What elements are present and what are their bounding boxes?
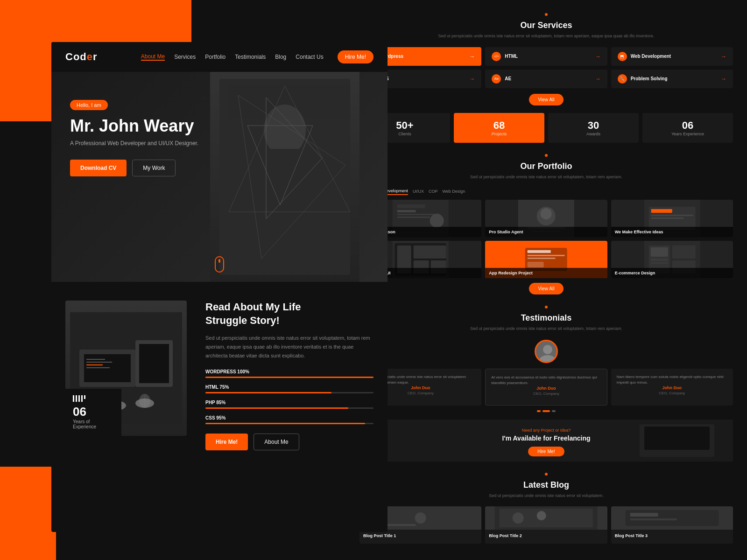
service-problem[interactable]: 🔧 Problem Solving →	[611, 70, 733, 88]
portfolio-title: Our Portfolio	[359, 161, 733, 171]
service-wordpress-arrow: →	[469, 53, 475, 60]
service-webdev-arrow: →	[721, 53, 726, 60]
blog-title-2: Blog Post Title 2	[489, 533, 603, 538]
svg-rect-19	[86, 364, 103, 365]
hero-buttons: Download CV My Work	[70, 160, 198, 176]
portfolio-view-all-button[interactable]: View All	[529, 283, 564, 294]
svg-rect-49	[528, 250, 551, 253]
service-problem-name: Problem Solving	[631, 76, 668, 81]
stat-awards-label: Awards	[553, 132, 634, 136]
about-section: 06 Years ofExperience Read About My Life…	[51, 282, 388, 469]
hero-section: Hello, I am Mr. John Weary A Professiona…	[51, 72, 388, 282]
testimonial-dot-2[interactable]	[543, 410, 550, 412]
blog-card-2[interactable]: Blog Post Title 2	[485, 506, 607, 544]
nav-blog[interactable]: Blog	[275, 54, 286, 60]
testimonial-dots	[359, 410, 733, 412]
about-hire-button[interactable]: Hire Me!	[205, 434, 248, 450]
logo: Coder	[65, 51, 98, 63]
stat-experience-num: 06	[647, 119, 728, 132]
skill-css-label: CSS 95%	[205, 415, 374, 420]
svg-rect-57	[650, 247, 668, 257]
svg-point-70	[513, 512, 524, 524]
main-panel: Coder About Me Services Portfolio Testim…	[51, 42, 388, 532]
nav-portfolio[interactable]: Portfolio	[205, 54, 226, 60]
portfolio-item-2[interactable]: Pro Studio Agent	[485, 200, 607, 237]
stat-projects-num: 68	[458, 119, 540, 132]
nav-contact[interactable]: Contact Us	[296, 54, 323, 60]
orange-corner-bl	[0, 467, 56, 560]
skill-wordpress-label: WORDPRESS 100%	[205, 369, 374, 374]
service-problem-left: 🔧 Problem Solving	[618, 74, 668, 84]
portfolio-item-5-name: App Redesign Project	[489, 271, 603, 275]
blog-card-3[interactable]: Blog Post Title 3	[611, 506, 733, 544]
svg-rect-58	[650, 259, 668, 261]
nav-services[interactable]: Services	[174, 54, 196, 60]
right-inner: Our Services Sed ut perspiciatis unde om…	[345, 0, 747, 553]
blog-title: Latest Blog	[359, 480, 733, 490]
nav-hire-button[interactable]: Hire Me!	[338, 50, 374, 63]
service-webdev[interactable]: ⬒ Web Development →	[611, 47, 733, 66]
blog-section: Latest Blog Sed ut perspiciatis unde omn…	[359, 469, 733, 544]
hire-label: Need any Project or Idea?	[522, 428, 571, 433]
blog-img-2	[485, 506, 607, 530]
blog-subtitle: Sed ut perspiciatis unde omnis iste natu…	[359, 493, 733, 499]
services-section: Our Services Sed ut perspiciatis unde om…	[359, 9, 733, 105]
years-number: 06	[73, 405, 114, 419]
about-me-button[interactable]: About Me	[254, 434, 299, 450]
blog-dot	[545, 473, 548, 476]
stat-awards-num: 30	[553, 119, 634, 132]
skill-css-track	[205, 423, 374, 424]
svg-rect-39	[651, 215, 693, 216]
portfolio-item-6[interactable]: E-commerce Design	[611, 241, 733, 278]
hire-title: I'm Available for Freelancing	[502, 434, 590, 442]
testimonials-section: Testimonials Sed ut perspiciatis unde om…	[359, 302, 733, 412]
hire-section: Need any Project or Idea? I'm Available …	[359, 420, 733, 462]
svg-rect-51	[528, 258, 556, 259]
blog-grid: Blog Post Title 1 Blog Post Title 2	[359, 506, 733, 544]
my-work-button[interactable]: My Work	[132, 160, 176, 176]
skill-wordpress-fill	[205, 377, 374, 378]
scroll-indicator	[215, 256, 224, 273]
services-view-all-button[interactable]: View All	[529, 94, 564, 105]
download-cv-button[interactable]: Download CV	[70, 160, 127, 176]
hello-badge: Hello, I am	[70, 100, 108, 110]
service-html-icon: </>	[492, 52, 501, 61]
svg-rect-73	[625, 510, 719, 526]
scroll-dot	[218, 259, 220, 263]
portfolio-item-3-name: We Make Effective Ideas	[615, 230, 729, 234]
svg-rect-27	[397, 210, 416, 212]
portfolio-item-3[interactable]: We Make Effective Ideas	[611, 200, 733, 237]
hire-cta-button[interactable]: Hire Me!	[528, 447, 564, 456]
testimonial-3-name: John Duo	[617, 385, 727, 390]
portfolio-tab-cop[interactable]: COP	[429, 188, 438, 195]
nav-testimonials[interactable]: Testimonials	[235, 54, 266, 60]
portfolio-item-5[interactable]: App Redesign Project	[485, 241, 607, 278]
blog-img-3	[611, 506, 733, 530]
skill-html-track	[205, 392, 374, 393]
bar-5	[84, 395, 85, 399]
portfolio-tab-webdesign[interactable]: Web Design	[442, 188, 465, 195]
services-grid: W Wordpress → </> HTML → ⬒ Web Developme	[359, 47, 733, 88]
portfolio-dot	[545, 154, 548, 157]
testimonials-title: Testimonials	[359, 313, 733, 323]
svg-rect-28	[397, 214, 439, 215]
testimonial-dot-1[interactable]	[537, 410, 541, 412]
service-html[interactable]: </> HTML →	[485, 47, 607, 66]
svg-rect-29	[397, 217, 430, 218]
services-divider	[359, 9, 733, 18]
blog-title-1: Blog Post Title 1	[363, 533, 478, 538]
svg-rect-52	[528, 262, 544, 267]
portfolio-tab-uiux[interactable]: UI/UX	[413, 188, 424, 195]
service-ae[interactable]: Ae AE →	[485, 70, 607, 88]
nav-about[interactable]: About Me	[141, 53, 165, 61]
svg-point-33	[541, 208, 552, 219]
testimonial-dot-3[interactable]	[552, 410, 556, 412]
testimonial-avatar-center	[359, 340, 733, 363]
blog-title-3: Blog Post Title 3	[615, 533, 729, 538]
portfolio-section: Our Portfolio Sed ut perspiciatis unde o…	[359, 150, 733, 295]
portfolio-subtitle: Sed ut perspiciatis unde omnis iste natu…	[359, 174, 733, 181]
about-title: Read About My LifeStruggle Story!	[205, 301, 374, 327]
blog-body-3: Blog Post Title 3	[611, 530, 733, 544]
svg-rect-20	[86, 367, 110, 368]
service-ae-arrow: →	[595, 76, 601, 82]
